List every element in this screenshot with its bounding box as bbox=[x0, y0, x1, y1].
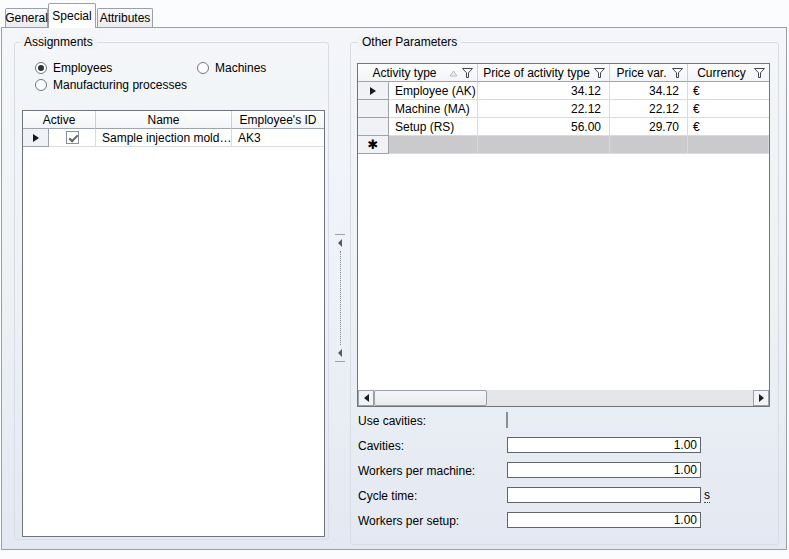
price-cell-text: 22.12 bbox=[571, 102, 601, 116]
activity-type-cell-text: Setup (RS) bbox=[395, 120, 454, 134]
radio-machines[interactable]: Machines bbox=[197, 61, 266, 75]
activity-type-cell-text: Employee (AK) bbox=[395, 84, 476, 98]
price-var-cell-text: 34.12 bbox=[649, 84, 679, 98]
price-var-cell[interactable]: 29.70 bbox=[610, 118, 688, 136]
tab-attributes-label: Attributes bbox=[100, 11, 151, 25]
scroll-left-arrow-icon bbox=[364, 394, 369, 402]
new-row-cell[interactable] bbox=[389, 136, 478, 154]
radio-employees[interactable]: Employees bbox=[35, 61, 112, 75]
new-row-selector[interactable]: ✱ bbox=[358, 136, 389, 154]
row-selector[interactable] bbox=[358, 100, 389, 118]
column-header-price-var-label: Price var. bbox=[616, 66, 666, 80]
radio-machines-label: Machines bbox=[215, 61, 266, 75]
price-var-cell-text: 22.12 bbox=[649, 102, 679, 116]
filter-icon[interactable] bbox=[672, 68, 683, 78]
splitter-grip-dots bbox=[340, 251, 341, 345]
splitter-bottom-cap bbox=[335, 361, 345, 362]
scrollbar-track[interactable] bbox=[374, 390, 753, 406]
employee-id-cell[interactable]: AK3 bbox=[232, 129, 324, 147]
tab-attributes[interactable]: Attributes bbox=[97, 8, 153, 27]
row-selector[interactable] bbox=[358, 82, 389, 100]
parameters-grid-header-row: Activity type Price of activity type Pri… bbox=[358, 64, 769, 82]
cavities-input[interactable] bbox=[507, 437, 701, 453]
filter-icon[interactable] bbox=[462, 68, 473, 78]
scroll-left-button[interactable] bbox=[358, 390, 374, 406]
column-header-price-of-activity-type[interactable]: Price of activity type bbox=[478, 64, 610, 82]
column-header-name[interactable]: Name bbox=[96, 111, 232, 129]
column-header-currency[interactable]: Currency bbox=[688, 64, 769, 82]
parameters-grid-row: Setup (RS) 56.00 29.70 € bbox=[358, 118, 769, 136]
current-row-arrow-icon bbox=[33, 134, 39, 142]
tab-general[interactable]: General bbox=[5, 8, 48, 27]
price-cell-text: 34.12 bbox=[571, 84, 601, 98]
horizontal-scrollbar bbox=[358, 390, 769, 406]
price-var-cell[interactable]: 34.12 bbox=[610, 82, 688, 100]
tab-general-label: General bbox=[5, 11, 48, 25]
cycle-time-label: Cycle time: bbox=[358, 489, 417, 503]
parameters-grid: Activity type Price of activity type Pri… bbox=[357, 63, 770, 407]
collapse-left-arrow-icon bbox=[338, 239, 342, 247]
cycle-time-input[interactable] bbox=[507, 487, 701, 503]
radio-manufacturing-processes-label: Manufacturing processes bbox=[53, 78, 187, 92]
workers-per-setup-label: Workers per setup: bbox=[358, 514, 459, 528]
filter-icon[interactable] bbox=[594, 68, 605, 78]
column-header-activity-type[interactable]: Activity type bbox=[358, 64, 478, 82]
price-cell[interactable]: 22.12 bbox=[478, 100, 610, 118]
scrollbar-thumb[interactable] bbox=[374, 390, 487, 406]
tab-special[interactable]: Special bbox=[48, 3, 96, 28]
use-cavities-checkbox[interactable] bbox=[506, 412, 508, 428]
column-header-name-label: Name bbox=[147, 113, 179, 127]
price-cell-text: 56.00 bbox=[571, 120, 601, 134]
assignments-grid: Active Name Employee's ID Sample injecti… bbox=[22, 110, 325, 537]
splitter-top-cap bbox=[335, 234, 345, 235]
sort-ascending-icon bbox=[449, 70, 458, 77]
column-header-employees-id[interactable]: Employee's ID bbox=[232, 111, 324, 129]
currency-cell-text: € bbox=[693, 84, 700, 98]
filter-icon[interactable] bbox=[754, 68, 765, 78]
activity-type-cell[interactable]: Setup (RS) bbox=[389, 118, 478, 136]
price-var-cell[interactable]: 22.12 bbox=[610, 100, 688, 118]
currency-cell[interactable]: € bbox=[688, 82, 769, 100]
parameters-grid-row: Employee (AK) 34.12 34.12 € bbox=[358, 82, 769, 100]
currency-cell-text: € bbox=[693, 120, 700, 134]
column-header-price-of-activity-type-label: Price of activity type bbox=[483, 66, 590, 80]
currency-cell-text: € bbox=[693, 102, 700, 116]
assignments-grid-row: Sample injection mold… AK3 bbox=[23, 129, 324, 147]
column-header-activity-type-label: Activity type bbox=[372, 66, 436, 80]
new-row-cell[interactable] bbox=[610, 136, 688, 154]
column-header-currency-label: Currency bbox=[697, 66, 746, 80]
new-row-cell[interactable] bbox=[478, 136, 610, 154]
price-cell[interactable]: 56.00 bbox=[478, 118, 610, 136]
collapse-left-arrow-icon bbox=[338, 349, 342, 357]
currency-cell[interactable]: € bbox=[688, 118, 769, 136]
scroll-right-button[interactable] bbox=[753, 390, 769, 406]
workers-per-setup-input[interactable] bbox=[507, 512, 701, 528]
column-header-active[interactable]: Active bbox=[23, 111, 96, 129]
radio-button-icon bbox=[197, 62, 209, 74]
workers-per-machine-input[interactable] bbox=[507, 462, 701, 478]
scroll-right-arrow-icon bbox=[759, 394, 764, 402]
column-header-employees-id-label: Employee's ID bbox=[240, 113, 317, 127]
panel-splitter[interactable] bbox=[335, 234, 345, 362]
workers-per-machine-label: Workers per machine: bbox=[358, 464, 475, 478]
column-header-price-var[interactable]: Price var. bbox=[610, 64, 688, 82]
row-selector[interactable] bbox=[358, 118, 389, 136]
currency-cell[interactable]: € bbox=[688, 100, 769, 118]
activity-type-cell[interactable]: Employee (AK) bbox=[389, 82, 478, 100]
radio-manufacturing-processes[interactable]: Manufacturing processes bbox=[35, 78, 187, 92]
name-cell[interactable]: Sample injection mold… bbox=[96, 129, 232, 147]
use-cavities-label: Use cavities: bbox=[358, 414, 426, 428]
active-checkbox[interactable] bbox=[66, 131, 79, 144]
row-selector[interactable] bbox=[23, 129, 49, 147]
price-cell[interactable]: 34.12 bbox=[478, 82, 610, 100]
tab-special-label: Special bbox=[52, 9, 91, 23]
active-checkbox-cell[interactable] bbox=[49, 129, 96, 147]
activity-type-cell-text: Machine (MA) bbox=[395, 102, 470, 116]
activity-type-cell[interactable]: Machine (MA) bbox=[389, 100, 478, 118]
cycle-time-unit-label[interactable]: s bbox=[704, 489, 710, 503]
radio-button-icon bbox=[35, 79, 47, 91]
price-var-cell-text: 29.70 bbox=[649, 120, 679, 134]
new-row-cell[interactable] bbox=[688, 136, 769, 154]
current-row-arrow-icon bbox=[370, 87, 376, 95]
radio-button-icon bbox=[35, 62, 47, 74]
